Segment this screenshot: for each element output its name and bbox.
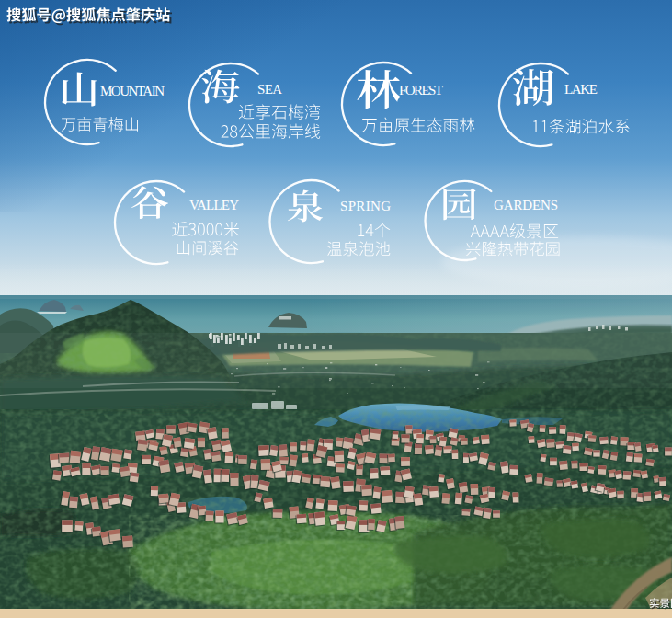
svg-text:LAKE: LAKE bbox=[564, 82, 598, 97]
svg-text:GARDENS: GARDENS bbox=[494, 198, 558, 212]
svg-text:VALLEY: VALLEY bbox=[189, 198, 239, 212]
svg-text:SEA: SEA bbox=[257, 82, 282, 97]
svg-text:SPRING: SPRING bbox=[340, 199, 391, 213]
svg-text:MOUNTAIN: MOUNTAIN bbox=[100, 84, 165, 98]
svg-text:FOREST: FOREST bbox=[399, 83, 443, 97]
